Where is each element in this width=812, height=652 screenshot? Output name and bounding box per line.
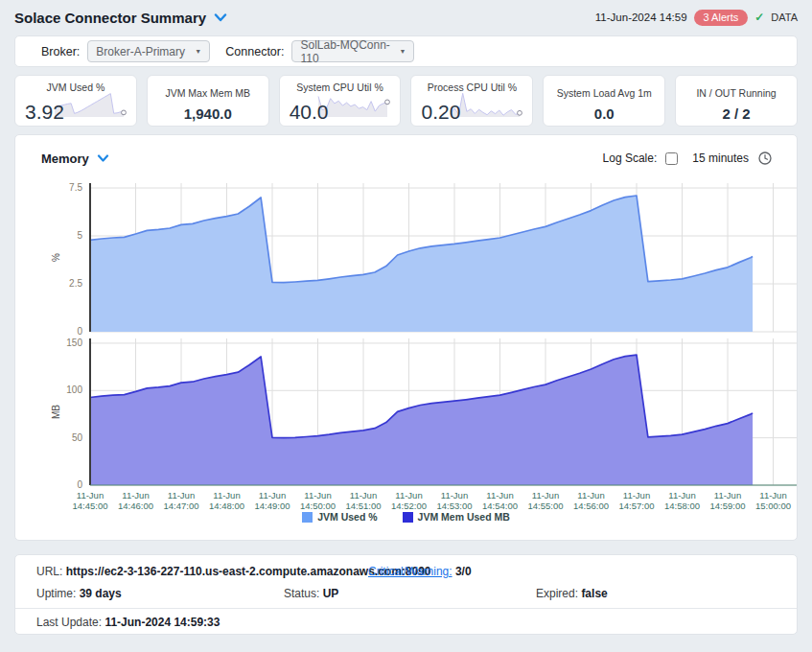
memory-area-charts[interactable]: 02.557.5%050100150MB11-Jun14:45:0011-Jun… [15,178,798,514]
dropdown-caret-icon: ▼ [195,48,201,55]
metric-card-in-out-running: IN / OUT Running 2 / 2 [675,75,798,127]
svg-text:11-Jun: 11-Jun [623,490,650,501]
data-check-icon: ✓ [754,11,764,24]
broker-label: Broker: [41,45,80,58]
metric-card-system-cpu: System CPU Util % 40.0 [279,75,402,127]
sparkline-chart [449,88,527,123]
connector-select-value: SolLab-MQConn-110 [300,38,391,65]
svg-text:11-Jun: 11-Jun [486,490,513,501]
metric-card-title: System Load Avg 1m [544,87,664,99]
clock-icon[interactable] [757,151,773,166]
legend-item-jvm-mem: JVM Mem Used MB [403,511,510,523]
metric-card-value: 2 / 2 [676,105,797,122]
svg-text:11-Jun: 11-Jun [259,490,286,501]
connector-select[interactable]: SolLab-MQConn-110 ▼ [291,40,414,62]
svg-text:14:55:00: 14:55:00 [528,501,564,511]
svg-text:11-Jun: 11-Jun [577,490,604,501]
metric-card-value: 0.0 [544,105,664,122]
svg-text:11-Jun: 11-Jun [350,490,377,501]
time-range-selector[interactable]: 15 minutes [692,151,749,165]
title-collapse-chevron-icon[interactable] [214,13,227,22]
svg-text:11-Jun: 11-Jun [668,490,695,501]
svg-text:11-Jun: 11-Jun [213,490,240,501]
critical-warning-value: 3/0 [455,565,472,578]
svg-text:11-Jun: 11-Jun [304,490,331,501]
alerts-badge[interactable]: 3 Alerts [694,10,749,26]
uptime-label: Uptime: [36,587,76,600]
filter-panel: Broker: Broker-A-Primary ▼ Connector: So… [14,35,798,67]
svg-text:11-Jun: 11-Jun [122,490,149,501]
status-value: UP [323,587,339,600]
dropdown-caret-icon: ▼ [400,48,406,55]
broker-select[interactable]: Broker-A-Primary ▼ [87,40,210,62]
legend-swatch-jvm-used [302,512,313,523]
metric-card-system-load: System Load Avg 1m 0.0 [543,75,665,127]
metric-card-value: 1,940.0 [148,105,268,122]
status-label: Status: [284,587,319,600]
memory-panel: Memory Log Scale: 15 minutes 02.557.5%05… [14,134,798,541]
url-label: URL: [36,565,62,578]
chart-legend: JVM Used % JVM Mem Used MB [15,511,797,523]
critical-warning-link[interactable]: Critical/Warning: [368,565,452,578]
connection-info-panel: URL: https://ec2-3-136-227-110.us-east-2… [14,554,798,635]
svg-text:14:57:00: 14:57:00 [619,501,655,511]
svg-text:50: 50 [72,432,83,443]
expired-value: false [581,587,607,600]
svg-text:100: 100 [66,384,82,395]
svg-text:0: 0 [77,326,82,337]
metric-card-title: IN / OUT Running [676,87,797,99]
svg-text:14:47:00: 14:47:00 [164,501,199,511]
svg-text:11-Jun: 11-Jun [441,490,468,501]
svg-text:14:52:00: 14:52:00 [391,501,427,511]
broker-select-value: Broker-A-Primary [96,45,185,58]
metric-card-jvm-max-mem: JVM Max Mem MB 1,940.0 [147,75,269,127]
footer-divider [15,608,797,609]
svg-text:MB: MB [51,405,61,419]
svg-text:11-Jun: 11-Jun [168,490,195,501]
sparkline-chart [316,88,395,123]
legend-label: JVM Mem Used MB [418,511,510,523]
svg-text:11-Jun: 11-Jun [759,490,786,501]
memory-panel-title: Memory [41,151,89,166]
connector-label: Connector: [225,45,284,58]
metric-card-title: JVM Max Mem MB [148,87,268,99]
svg-text:5: 5 [77,230,82,241]
legend-label: JVM Used % [317,511,377,523]
sparkline-chart [53,88,131,123]
svg-text:7.5: 7.5 [69,182,82,193]
legend-swatch-jvm-mem [403,512,413,523]
page-title: Solace Connector Summary [14,10,206,26]
svg-text:11-Jun: 11-Jun [714,490,741,501]
svg-text:14:50:00: 14:50:00 [300,501,336,511]
metric-card-title: Process CPU Util % [411,82,532,93]
memory-panel-header: Memory Log Scale: 15 minutes [41,149,773,168]
header-datetime: 11-Jun-2024 14:59 [595,12,687,23]
expired-label: Expired: [536,587,578,600]
svg-text:14:49:00: 14:49:00 [255,501,290,511]
svg-text:15:00:00: 15:00:00 [755,501,791,511]
svg-text:14:54:00: 14:54:00 [482,501,518,511]
log-scale-checkbox[interactable] [665,152,678,165]
svg-text:14:59:00: 14:59:00 [710,501,746,511]
metric-cards-row: JVM Used % 3.92 JVM Max Mem MB 1,940.0 S… [14,75,798,127]
metric-card-title: System CPU Util % [280,82,401,93]
metric-card-jvm-used: JVM Used % 3.92 [14,75,137,127]
svg-text:150: 150 [66,338,82,348]
svg-text:2.5: 2.5 [69,278,82,289]
last-update-label: Last Update: [36,616,102,629]
svg-text:11-Jun: 11-Jun [77,490,104,501]
log-scale-label: Log Scale: [603,151,658,165]
memory-collapse-chevron-icon[interactable] [97,154,109,163]
svg-text:14:53:00: 14:53:00 [437,501,473,511]
uptime-value: 39 days [80,587,122,600]
svg-text:14:48:00: 14:48:00 [209,501,244,511]
metric-card-value: 3.92 [25,101,64,124]
metric-card-process-cpu: Process CPU Util % 0.20 [410,75,533,127]
svg-text:11-Jun: 11-Jun [395,490,422,501]
top-bar: Solace Connector Summary 11-Jun-2024 14:… [14,6,798,29]
data-status-label: DATA [771,12,798,23]
svg-text:0: 0 [77,479,82,490]
svg-text:14:45:00: 14:45:00 [73,501,108,511]
legend-item-jvm-used: JVM Used % [302,511,377,523]
svg-text:%: % [51,253,61,262]
